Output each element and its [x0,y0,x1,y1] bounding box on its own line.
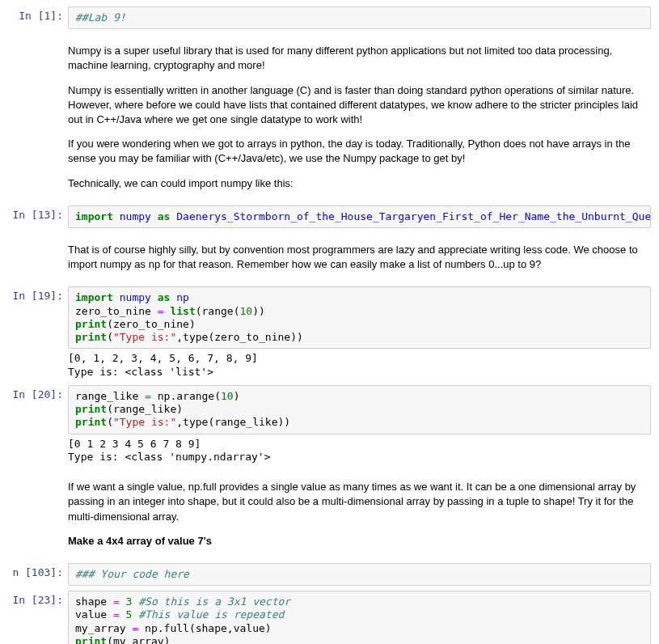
comment: ##Lab 9! [75,11,126,23]
op: = [113,608,120,621]
markdown-body: Numpy is a super useful library that is … [68,34,651,201]
markdown-body: That is of course highly silly, but by c… [68,233,651,282]
code-input[interactable]: range_like = np.arange(10) print(range_l… [68,385,651,434]
output: [0, 1, 2, 3, 4, 5, 6, 7, 8, 9] Type is: … [68,349,651,380]
keyword: import [75,210,113,222]
text-bold: Make a 4x4 array of value 7's [68,534,651,549]
text: Numpy is a super useful library that is … [68,44,651,73]
code: ,type(range_like)) [176,416,290,428]
num: 5 [120,608,133,621]
builtin: print [75,331,107,343]
op: = [158,305,164,317]
in-prompt: In [13]: [8,205,68,228]
comment: ### Your code here [75,568,189,580]
alias: Daenerys_Stormborn_of_the_House_Targarye… [176,210,651,222]
code-input[interactable]: import numpy as np zero_to_nine = list(r… [68,286,651,349]
mod: numpy [120,291,151,303]
kw: as [158,291,171,303]
empty-prompt [8,233,68,282]
code-cell: In [13]: import numpy as Daenerys_Stormb… [8,204,651,230]
str: "Type is:" [113,416,176,428]
code-cell: In [1]: ##Lab 9! [8,5,651,31]
text: Numpy is essentially written in another … [68,83,651,128]
in-prompt: n [103]: [8,563,68,586]
code-input[interactable]: ##Lab 9! [68,6,651,29]
empty-prompt [8,470,68,558]
str: "Type is:" [113,331,176,343]
code: ) [234,390,240,402]
code: ,type(zero_to_nine)) [176,331,303,343]
markdown-cell: Numpy is a super useful library that is … [8,32,651,202]
code-input[interactable]: import numpy as Daenerys_Stormborn_of_th… [68,205,651,228]
code: np.arange( [151,390,221,402]
text: That is of course highly silly, but by c… [68,243,651,272]
text: If we want a single value, np.full provi… [68,480,651,524]
text: If you were wondering when we got to arr… [68,137,651,166]
num: 10 [240,305,253,317]
in-prompt: In [23]: [8,591,68,644]
in-prompt: In [20]: [8,385,68,465]
code: (zero_to_nine) [107,318,196,330]
op: = [113,595,120,608]
code: ( [107,416,113,428]
code: np.full(shape,value) [138,622,271,634]
builtin: list [164,305,196,317]
num: 10 [221,390,234,402]
code-input[interactable]: shape = 3 #So this is a 3x1 vector value… [68,591,651,644]
code-cell: In [20]: range_like = np.arange(10) prin… [8,383,651,467]
comment: #So this is a 3x1 vector [132,595,290,608]
markdown-cell: If we want a single value, np.full provi… [8,468,651,560]
output: [0 1 2 3 4 5 6 7 8 9] Type is: <class 'n… [68,434,651,466]
code: )) [252,305,265,317]
code-cell: n [103]: ### Your code here [8,561,651,587]
bold: Make a 4x4 array of value 7's [68,535,212,547]
code-cell: In [23]: shape = 3 #So this is a 3x1 vec… [8,589,651,644]
builtin: print [75,403,107,415]
alias: np [176,291,189,303]
code: (my_array) [107,635,170,644]
in-prompt: In [19]: [8,286,68,380]
markdown-body: If we want a single value, np.full provi… [68,470,651,558]
in-prompt: In [1]: [8,6,68,29]
markdown-cell: That is of course highly silly, but by c… [8,231,651,283]
comment: #This value is repeated [132,608,284,621]
num: 3 [120,595,133,608]
code-input[interactable]: ### Your code here [68,563,651,586]
var: zero_to_nine [75,305,158,317]
code: (range( [196,305,240,317]
code: ( [107,331,113,343]
op: = [145,390,151,402]
code-cell: In [19]: import numpy as np zero_to_nine… [8,285,651,382]
text: Technically, we can could import numpy l… [68,176,651,191]
keyword: as [158,210,171,222]
builtin: print [75,318,107,330]
code: (range_like) [107,403,183,415]
var: shape [75,595,113,608]
notebook: In [1]: ##Lab 9! Numpy is a super useful… [0,0,659,644]
var: my_array [75,622,132,634]
var: range_like [75,390,145,402]
var: value [75,608,113,621]
builtin: print [75,635,107,644]
module: numpy [120,210,151,222]
kw: import [75,291,113,303]
builtin: print [75,416,107,428]
empty-prompt [8,34,68,201]
